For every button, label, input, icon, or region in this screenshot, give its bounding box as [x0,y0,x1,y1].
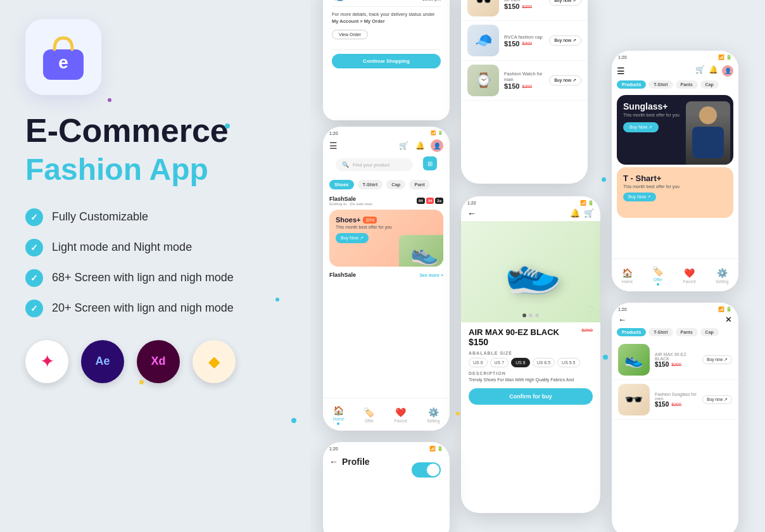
sunglass-image: 🕶️ [467,0,499,16]
avatar-prod[interactable]: 👤 [722,65,733,77]
buy-prod2-sunglass-button[interactable]: Buy now ↗ [702,395,732,404]
tab-tshirt-products[interactable]: T-Shirt [648,80,673,89]
nav-offer[interactable]: 🏷️ Offer [364,407,374,423]
sunglass-buy-button[interactable]: Buy Now ↗ [623,122,659,132]
app-title-fashion: Fashion App [25,151,279,188]
status-bar-main: 1:20 📶 🔋 [323,127,450,137]
size-us95[interactable]: US 9.5 [557,358,579,367]
fashion-item-1: 🕶️ Fashion Sunglass for men $150 $200 Bu… [461,0,588,21]
category-tabs: Shoes T-Shirt Cap Pant [323,177,450,193]
back-icon-profile[interactable]: ← [329,457,338,467]
size-us7[interactable]: US 7 [490,358,509,367]
phone-nav-main: ☰ 🛒 🔔 👤 [323,137,450,155]
feature-text-1: Fully Customizable [52,210,148,224]
feature-item-2: Light mode and Night mode [25,239,279,256]
tab-products[interactable]: Products [617,80,646,89]
buy-cap-button[interactable]: Buy now ↗ [549,35,581,46]
watch-image: ⌚ [467,65,499,96]
feature-text-3: 68+ Screen with lign and nigh mode [52,271,234,284]
prod2-item-2: 🕶️ Fashion Sunglass for men $150 $200 Bu… [612,380,738,420]
tshirt-banner: T - Shart+ This month best offer for you… [617,167,733,218]
bell-icon[interactable]: 🔔 [414,140,426,151]
tab-prod2-products[interactable]: Products [617,328,646,336]
screen-main: 1:20 📶 🔋 ☰ 🛒 🔔 👤 🔍 Find your product ⊞ S… [323,127,450,431]
prod-nav-setting[interactable]: ⚙️ Setting [716,268,728,284]
tab-cap[interactable]: Cap [386,180,405,189]
bottom-nav-products: 🏠 Home 🏷️ Offer ❤️ Favorit ⚙️ Setting [612,258,738,291]
back-arrow[interactable]: ← [467,208,476,218]
tab-tshirt[interactable]: T-Shirt [358,180,383,189]
back-prod2[interactable]: ← [618,315,626,324]
wishlist-heart[interactable]: ♡ [585,304,594,316]
app-title-ecommerce: E-Commerce [25,113,279,149]
status-bar-profile: 1:20 📶 🔋 [323,442,450,453]
tab-pant[interactable]: Pant [409,180,429,189]
feature-text-2: Light mode and Night mode [52,241,192,254]
view-order-button[interactable]: View Order [332,30,368,39]
fashion-info-1: Fashion Sunglass for men $150 $200 [504,0,544,10]
continue-shopping-button[interactable]: Continue Shopping [332,54,441,68]
tab-prod2-pants[interactable]: Pants [676,328,698,336]
tab-cap-products[interactable]: Cap [700,80,719,89]
tshirt-buy-button[interactable]: Buy Now ↗ [623,193,656,201]
prod-nav-favorit[interactable]: ❤️ Favorit [683,268,696,284]
flashsale-header: FlashSale Ending in On sale now 04 34 2a [323,193,450,207]
check-icon-3 [25,269,43,287]
deco-dot-screens-1 [602,177,606,182]
search-icon: 🔍 [342,162,349,168]
status-bar-prod2: 1:20 📶 🔋 [612,303,738,314]
x-prod2[interactable]: ✕ [725,315,732,324]
tab-pants-products[interactable]: Pants [676,80,698,89]
cart-icon[interactable]: 🛒 [398,140,409,151]
feature-text-4: 20+ Screen with lign and nigh mode [52,301,234,315]
prod2-sunglass-image: 🕶️ [618,384,650,415]
check-icon-4 [25,300,43,317]
deco-dot-screens-3 [603,355,608,360]
tab-shoes[interactable]: Shoes [329,180,354,189]
check-icon-1 [25,208,43,226]
figma-icon: ✦ [25,340,68,383]
search-bar[interactable]: 🔍 Find your product [336,158,413,171]
size-options: US 6 US 7 US 8 US 8.5 US 9.5 [469,358,593,367]
nav-home[interactable]: 🏠 Home [333,405,344,425]
screen-products2: 1:20 📶 🔋 ← ✕ Products T-Shirt Pants Cap … [612,303,738,532]
nav-setting[interactable]: ⚙️ Setting [427,407,439,423]
prod2-shoe-image: 👟 [618,344,650,376]
deco-dot-screens-2 [456,412,460,415]
tab-prod2-cap[interactable]: Cap [700,328,719,336]
bell-detail-icon[interactable]: 🔔 [570,208,580,218]
fashion-info-3: Fashion Watch for man $150 $200 [504,71,544,90]
cap-image: 🧢 [467,25,499,56]
nav-favorit[interactable]: ❤️ Favorit [395,407,407,423]
avatar-icon[interactable]: 👤 [431,139,443,152]
svg-text:e: e [58,53,68,72]
fashion-info-2: RVCA fashion cap $150 $200 [504,34,544,48]
size-us6[interactable]: US 6 [469,358,488,367]
tool-icons-row: ✦ Ae Xd ◆ [25,340,279,383]
fashion-item-3: ⌚ Fashion Watch for man $150 $200 Buy no… [461,61,588,101]
cart-detail-icon[interactable]: 🛒 [584,208,594,218]
prod-nav-home[interactable]: 🏠 Home [622,268,633,284]
person-image [686,101,730,165]
grid-view-button[interactable]: ⊞ [423,156,437,170]
image-dots [461,314,600,317]
size-us85[interactable]: US 8.5 [533,358,555,367]
deco-dot-1 [225,124,230,129]
prod-nav-offer[interactable]: 🏷️ Offer [652,266,663,286]
size-us8[interactable]: US 8 [511,358,530,367]
deco-dot-3 [139,380,144,384]
bottom-nav-main: 🏠 Home 🏷️ Offer ❤️ Favorit ⚙️ Setting [323,398,450,431]
buy-watch-button[interactable]: Buy now ↗ [549,75,581,86]
status-bar-products: 1:20 📶 🔋 [612,51,738,61]
confirm-buy-button[interactable]: Confirm for buy [469,388,593,405]
buy-prod2-shoe-button[interactable]: Buy now ↗ [702,355,732,364]
shoe-image: 👟 [497,239,564,304]
bell-prod-icon[interactable]: 🔔 [709,65,718,77]
flash-buy-now-button[interactable]: Buy Now ↗ [336,233,369,243]
screen-fashion: 🕶️ Fashion Sunglass for men $150 $200 Bu… [461,0,588,184]
tab-prod2-tshirt[interactable]: T-Shirt [648,328,673,336]
buy-sunglass-button[interactable]: Buy now ↗ [549,0,581,6]
cart-prod-icon[interactable]: 🛒 [695,65,705,77]
shoes-image: 👟 [399,235,443,267]
screen-profile: 1:20 📶 🔋 ← Profile [323,442,450,532]
